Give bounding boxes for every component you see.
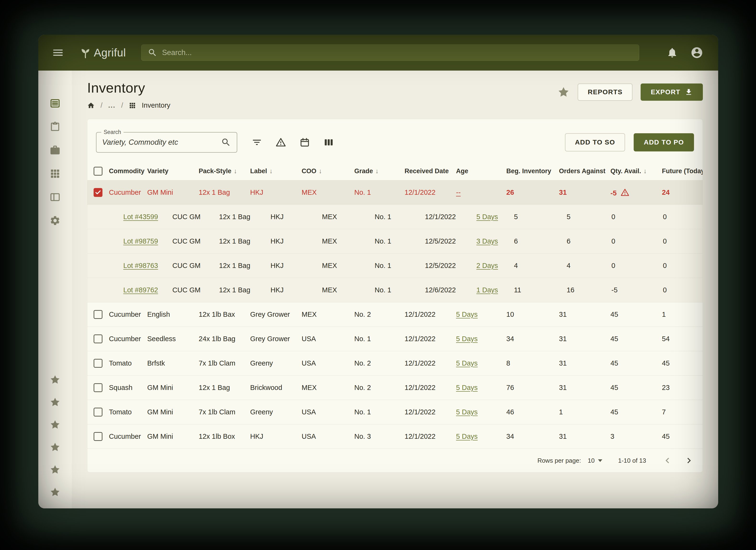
briefcase-icon[interactable] [50, 145, 61, 156]
previous-page-icon[interactable] [662, 455, 673, 466]
row-checkbox[interactable] [94, 432, 102, 441]
bell-icon[interactable] [666, 47, 678, 58]
favorite-star-icon[interactable] [50, 487, 60, 497]
column-header-label[interactable]: Label↓ [250, 168, 302, 175]
age-link[interactable]: 5 Days [456, 310, 478, 318]
cell-future: 1 [662, 310, 703, 318]
table-search-input[interactable]: Search Variety, Commodity etc [96, 132, 237, 153]
favorite-star-icon[interactable] [50, 442, 60, 452]
cell-qty: 0 [610, 262, 662, 270]
lot-row[interactable]: Lot #43599CUC GM12x 1 BagHKJMEXNo. 112/1… [87, 205, 703, 229]
sort-down-icon[interactable]: ↓ [643, 168, 647, 175]
cell-beg: 8 [506, 359, 559, 367]
age-link[interactable]: 5 Days [456, 335, 478, 342]
calendar-icon[interactable] [299, 137, 310, 148]
next-page-icon[interactable] [683, 455, 694, 466]
layout-split-icon[interactable] [50, 192, 61, 203]
column-header-coo[interactable]: COO↓ [302, 168, 354, 175]
inventory-row[interactable]: SquashGM Mini12x 1 BagBrickwoodMEXNo. 21… [87, 375, 703, 400]
age-link[interactable]: 5 Days [456, 432, 478, 440]
cell-variety: CUC GM [147, 213, 199, 221]
favorite-star-icon[interactable] [50, 374, 60, 385]
age-link[interactable]: -- [456, 189, 461, 196]
row-checkbox[interactable] [94, 188, 102, 197]
sort-down-icon[interactable]: ↓ [319, 168, 322, 175]
home-icon[interactable] [87, 102, 95, 109]
cell-orders: 31 [559, 189, 610, 197]
age-link[interactable]: 5 Days [456, 359, 478, 367]
top-bar: Agriful Search... [38, 35, 718, 71]
favorite-star-icon[interactable] [50, 464, 60, 475]
cell-age: -- [456, 189, 506, 197]
filter-icon[interactable] [252, 137, 262, 148]
gear-icon[interactable] [50, 215, 61, 226]
inventory-row[interactable]: CucumberEnglish12x 1lb BaxGrey GrowerMEX… [87, 302, 703, 327]
warning-filter-icon[interactable] [276, 137, 286, 148]
clipboard-icon[interactable] [50, 121, 61, 132]
breadcrumb: / ... / Inventory [87, 101, 170, 109]
chevron-down-icon [598, 459, 602, 462]
column-header-qty-avail[interactable]: Qty. Avail.↓ [610, 168, 662, 175]
inventory-row[interactable]: CucumberGM Mini12x 1 BagHKJMEXNo. 112/1/… [87, 180, 703, 205]
row-checkbox[interactable] [94, 310, 102, 319]
sort-down-icon[interactable]: ↓ [375, 168, 379, 175]
lot-row[interactable]: Lot #98763CUC GM12x 1 BagHKJMEXNo. 112/5… [87, 254, 703, 278]
row-checkbox[interactable] [94, 408, 102, 416]
sort-down-icon[interactable]: ↓ [270, 168, 273, 175]
inventory-table-icon[interactable] [50, 98, 61, 109]
add-to-po-button[interactable]: ADD TO PO [634, 133, 694, 152]
lot-row[interactable]: Lot #89762CUC GM12x 1 BagHKJMEXNo. 112/6… [87, 278, 703, 302]
row-checkbox[interactable] [94, 383, 102, 392]
lot-row[interactable]: Lot #98759CUC GM12x 1 BagHKJMEXNo. 112/5… [87, 229, 703, 254]
columns-icon[interactable] [323, 137, 334, 148]
age-link[interactable]: 3 Days [476, 237, 498, 245]
cell-coo: MEX [302, 213, 354, 221]
column-label: Grade [354, 168, 373, 175]
global-search-input[interactable]: Search... [141, 45, 639, 61]
cell-received: 12/1/2022 [405, 408, 456, 416]
column-label: Received Date [405, 168, 449, 175]
inventory-row[interactable]: TomatoBrfstk7x 1lb ClamGreenyUSANo. 212/… [87, 351, 703, 375]
inventory-row[interactable]: CucumberGM Mini12x 1lb BoxHKJUSANo. 312/… [87, 424, 703, 449]
row-checkbox-cell [87, 359, 109, 368]
grid-icon[interactable] [50, 168, 61, 179]
inventory-row[interactable]: TomatoGM Mini7x 1lb ClamGreenyUSANo. 112… [87, 400, 703, 424]
cell-qty: 0 [610, 237, 662, 245]
age-link[interactable]: 5 Days [456, 408, 478, 416]
sort-down-icon[interactable]: ↓ [234, 168, 237, 175]
age-link[interactable]: 5 Days [476, 213, 498, 221]
column-header-pack-style[interactable]: Pack-Style↓ [199, 168, 250, 175]
agriful-logo[interactable]: Agriful [79, 46, 126, 59]
add-to-so-button[interactable]: ADD TO SO [565, 133, 625, 152]
account-icon[interactable] [690, 46, 703, 59]
export-button[interactable]: EXPORT [641, 84, 703, 101]
cell-label: HKJ [250, 213, 302, 221]
cell-label: Greeny [250, 359, 302, 367]
grid-small-icon [129, 102, 136, 109]
cell-coo: USA [302, 432, 354, 440]
cell-future: 23 [662, 384, 703, 392]
row-checkbox[interactable] [94, 359, 102, 368]
breadcrumb-ellipsis[interactable]: ... [108, 101, 115, 109]
cell-future: 7 [662, 408, 703, 416]
qty-value: -5 [610, 189, 617, 197]
cell-received: 12/1/2022 [405, 432, 456, 440]
row-checkbox[interactable] [94, 334, 102, 343]
menu-icon[interactable] [52, 46, 64, 59]
inventory-row[interactable]: CucumberSeedless24x 1lb BagGrey GrowerUS… [87, 327, 703, 351]
cell-age: 5 Days [456, 213, 506, 221]
cell-future: 0 [662, 286, 703, 294]
column-header-grade[interactable]: Grade↓ [354, 168, 405, 175]
favorite-star-icon[interactable] [50, 419, 60, 430]
age-link[interactable]: 5 Days [456, 384, 478, 391]
select-all-checkbox[interactable] [94, 167, 102, 176]
rows-per-page-select[interactable]: 10 [588, 457, 602, 464]
favorite-star-icon[interactable] [50, 397, 60, 407]
reports-button[interactable]: REPORTS [578, 84, 632, 101]
cell-commodity: Cucumber [109, 335, 147, 343]
page-favorite-star-icon[interactable] [558, 86, 570, 98]
age-link[interactable]: 1 Days [476, 286, 498, 294]
cell-orders: 16 [559, 286, 610, 294]
column-header-future-today: Future (Today) [662, 168, 703, 175]
age-link[interactable]: 2 Days [476, 262, 498, 270]
